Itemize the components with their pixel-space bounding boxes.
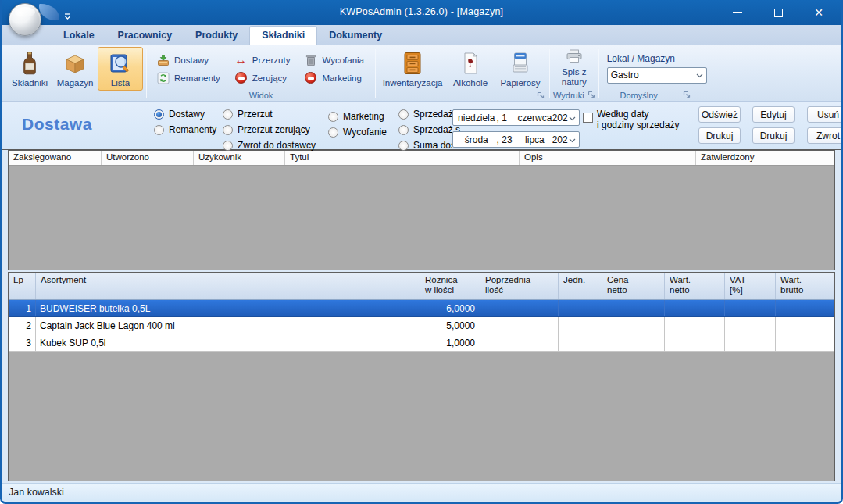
- cell-empty: [480, 317, 559, 334]
- spis-z-natury-button[interactable]: Spis z natury: [557, 48, 591, 88]
- radio-button-icon[interactable]: [328, 127, 338, 138]
- small-button-label: Przerzuty: [252, 55, 291, 65]
- tab-dokumenty[interactable]: Dokumenty: [317, 27, 394, 45]
- window-title: KWPosAdmin (1.3.26.0) - [Magazyn]: [2, 6, 841, 17]
- ribbon-group-caption: Wydruki: [553, 89, 595, 101]
- tab-produkty[interactable]: Produkty: [184, 27, 249, 45]
- dialog-launcher-icon[interactable]: [588, 91, 595, 100]
- dostawy-button[interactable]: Dostawy: [153, 52, 223, 68]
- radio-wycofanie[interactable]: Wycofanie: [328, 126, 387, 138]
- small-button-label: Remanenty: [174, 73, 220, 83]
- documents-grid-header: Zaksięgowano Utworzono Uzykownik Tytul O…: [9, 151, 834, 166]
- radio-button-icon[interactable]: [398, 109, 409, 120]
- papierosy-button[interactable]: Papierosy: [495, 47, 546, 91]
- zerujacy-button[interactable]: Zerujący: [231, 70, 294, 86]
- radio-button-icon[interactable]: [154, 125, 164, 135]
- wedlug-daty-checkbox[interactable]: [583, 113, 593, 123]
- column-header-vat[interactable]: VAT[%]: [725, 273, 776, 299]
- group-caption-label: Domyślny: [620, 91, 657, 100]
- table-row[interactable]: 1 BUDWEISER butelka 0,5L 6,0000: [9, 300, 834, 317]
- tab-pracownicy[interactable]: Pracownicy: [106, 27, 184, 45]
- column-header-wart-netto[interactable]: Wart.netto: [665, 273, 725, 299]
- date-day-name: środa: [456, 134, 497, 145]
- dialog-launcher-icon[interactable]: [537, 91, 545, 101]
- zwrot-button[interactable]: Zwrot: [807, 127, 843, 144]
- drukuj-button-1[interactable]: Drukuj: [698, 127, 741, 144]
- radio-button-icon[interactable]: [223, 141, 233, 151]
- ribbon-separator: [146, 49, 147, 98]
- group-caption-label: Wydruki: [553, 91, 584, 100]
- ribbon-group-caption: Domyślny: [602, 89, 709, 101]
- remanenty-button[interactable]: Remanenty: [153, 70, 223, 86]
- cell-empty: [559, 334, 602, 351]
- radio-zwrot-do-dostawcy[interactable]: Zwrot do dostawcy: [223, 139, 316, 152]
- radio-przerzut-zerujacy[interactable]: Przerzut zerujący: [223, 123, 310, 136]
- usun-button[interactable]: Usuń: [807, 106, 843, 123]
- wycofania-button[interactable]: Wycofania: [301, 52, 367, 68]
- marketing-button[interactable]: Marketing: [301, 70, 367, 86]
- date-to-picker[interactable]: środa , 23 lipca 202: [452, 131, 580, 148]
- ribbon-group-wydruki: Spis z natury Wydruki: [551, 47, 598, 101]
- radio-button-icon[interactable]: [328, 112, 338, 122]
- column-header-wart-brutto[interactable]: Wart.brutto: [776, 273, 834, 299]
- column-header-zaksiegowano[interactable]: Zaksięgowano: [9, 151, 102, 165]
- ribbon-group-caption: [379, 91, 546, 101]
- dialog-launcher-icon[interactable]: [683, 91, 691, 100]
- radio-button-icon[interactable]: [223, 109, 233, 120]
- table-row[interactable]: 2 Captain Jack Blue Lagon 400 ml 5,0000: [9, 317, 834, 334]
- lista-button[interactable]: Lista: [98, 47, 143, 91]
- radio-label: Remanenty: [169, 124, 216, 135]
- lokal-magazyn-select[interactable]: Gastro: [607, 67, 707, 84]
- skladniki-button[interactable]: Składniki: [7, 47, 52, 91]
- radio-button-icon[interactable]: [154, 109, 164, 120]
- radio-dostawy[interactable]: Dostawy: [154, 108, 205, 120]
- date-from-picker[interactable]: niedziela , 1 czerwca 202: [452, 109, 580, 126]
- app-menu-orb[interactable]: [9, 3, 41, 36]
- date-day-number: , 23: [497, 134, 518, 145]
- column-header-roznica[interactable]: Różnicaw ilości: [420, 273, 480, 299]
- documents-grid-empty-area: [9, 166, 834, 270]
- column-header-cena-netto[interactable]: Cenanetto: [602, 273, 665, 299]
- column-header-tytul[interactable]: Tytul: [285, 151, 520, 165]
- ribbon-group-tools: Inwentaryzacja Alkohole Papierosy: [377, 47, 548, 101]
- radio-button-icon[interactable]: [398, 125, 409, 135]
- przerzuty-button[interactable]: ↔ Przerzuty: [231, 52, 294, 68]
- column-header-poprzednia[interactable]: Poprzedniailość: [480, 273, 559, 299]
- table-row[interactable]: 3 Kubek SUP 0,5l 1,0000: [9, 334, 834, 352]
- close-button[interactable]: ✕: [809, 4, 829, 21]
- box-icon: [63, 50, 87, 77]
- radio-przerzut[interactable]: Przerzut: [223, 108, 273, 120]
- checkbox-label-line1: Według daty: [597, 109, 679, 120]
- date-day-number: , 1: [497, 113, 518, 123]
- cell-empty: [602, 334, 665, 351]
- column-header-uzytkownik[interactable]: Uzykownik: [194, 151, 285, 165]
- radio-button-icon[interactable]: [398, 141, 409, 151]
- items-grid-empty-area: [9, 352, 834, 481]
- column-header-utworzono[interactable]: Utworzono: [102, 151, 194, 165]
- alcohol-document-icon: [461, 50, 480, 77]
- radio-label: Marketing: [343, 111, 384, 122]
- radio-button-icon[interactable]: [223, 125, 233, 135]
- radio-suma-dost[interactable]: Suma dost.: [398, 139, 461, 152]
- tab-skladniki[interactable]: Składniki: [249, 26, 317, 45]
- magazyn-button[interactable]: Magazyn: [52, 47, 98, 91]
- maximize-button[interactable]: [768, 4, 788, 21]
- radio-remanenty[interactable]: Remanenty: [154, 123, 216, 136]
- cell-asortyment: Captain Jack Blue Lagon 400 ml: [36, 317, 420, 334]
- tab-lokale[interactable]: Lokale: [52, 27, 106, 45]
- column-header-lp[interactable]: Lp: [9, 273, 36, 299]
- column-header-jedn[interactable]: Jedn.: [559, 273, 602, 299]
- alkohole-button[interactable]: Alkohole: [446, 47, 495, 91]
- column-header-opis[interactable]: Opis: [520, 151, 696, 165]
- cell-empty: [559, 317, 602, 334]
- edytuj-button[interactable]: Edytuj: [752, 106, 795, 123]
- cell-empty: [776, 317, 834, 334]
- radio-marketing[interactable]: Marketing: [328, 110, 384, 123]
- odswiez-button[interactable]: Odśwież: [698, 106, 741, 123]
- minimize-button[interactable]: [727, 4, 748, 21]
- column-header-asortyment[interactable]: Asortyment: [36, 273, 420, 299]
- column-header-zatwierdzony[interactable]: Zatwierdzony: [696, 151, 834, 165]
- drukuj-button-2[interactable]: Drukuj: [752, 127, 795, 144]
- quick-access-toolbar-arrow-icon[interactable]: [64, 9, 71, 23]
- inwentaryzacja-button[interactable]: Inwentaryzacja: [379, 47, 446, 91]
